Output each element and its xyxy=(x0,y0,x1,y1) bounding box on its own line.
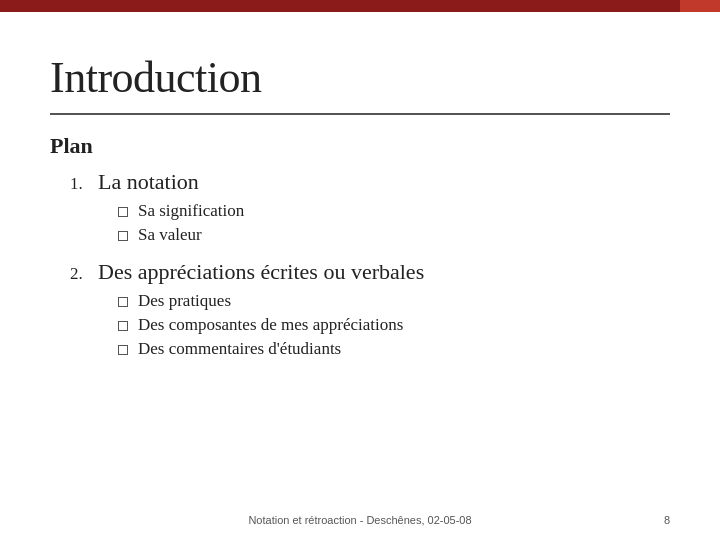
footer-text: Notation et rétroaction - Deschênes, 02-… xyxy=(248,514,471,526)
item-title: La notation xyxy=(98,169,199,195)
sub-list-item: Sa valeur xyxy=(118,225,670,245)
list-item: 1. La notation Sa signification Sa valeu… xyxy=(70,169,670,245)
item-number: 2. xyxy=(70,264,88,284)
list-item: 2. Des appréciations écrites ou verbales… xyxy=(70,259,670,359)
slide-content: Introduction Plan 1. La notation Sa sign… xyxy=(0,12,720,393)
slide-title: Introduction xyxy=(50,52,670,103)
sub-item-text: Des pratiques xyxy=(138,291,231,311)
sub-list: Sa signification Sa valeur xyxy=(70,201,670,245)
sub-list-item: Sa signification xyxy=(118,201,670,221)
item-title: Des appréciations écrites ou verbales xyxy=(98,259,424,285)
footer-page: 8 xyxy=(664,514,670,526)
sub-item-text: Sa valeur xyxy=(138,225,202,245)
top-bar xyxy=(0,0,720,12)
bullet-icon xyxy=(118,345,128,355)
bullet-icon xyxy=(118,297,128,307)
sub-list: Des pratiques Des composantes de mes app… xyxy=(70,291,670,359)
plan-label: Plan xyxy=(50,133,670,159)
bullet-icon xyxy=(118,231,128,241)
item-number: 1. xyxy=(70,174,88,194)
top-bar-accent xyxy=(680,0,720,12)
bullet-icon xyxy=(118,207,128,217)
sub-item-text: Sa signification xyxy=(138,201,244,221)
sub-list-item: Des composantes de mes appréciations xyxy=(118,315,670,335)
bullet-icon xyxy=(118,321,128,331)
sub-item-text: Des commentaires d'étudiants xyxy=(138,339,341,359)
title-divider xyxy=(50,113,670,115)
sub-item-text: Des composantes de mes appréciations xyxy=(138,315,403,335)
main-list: 1. La notation Sa signification Sa valeu… xyxy=(50,169,670,359)
footer: Notation et rétroaction - Deschênes, 02-… xyxy=(0,514,720,526)
sub-list-item: Des commentaires d'étudiants xyxy=(118,339,670,359)
sub-list-item: Des pratiques xyxy=(118,291,670,311)
